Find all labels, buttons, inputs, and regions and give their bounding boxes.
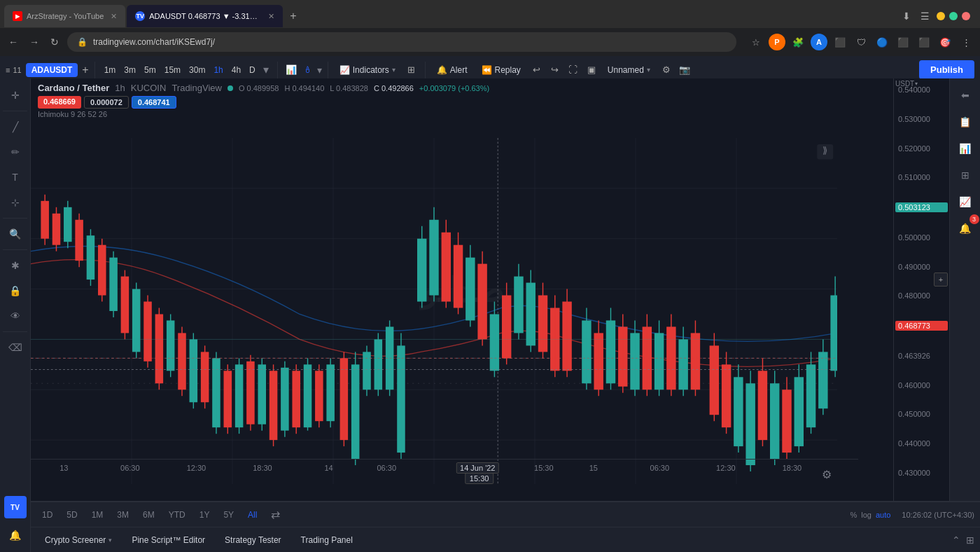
- text-tool[interactable]: T: [4, 166, 27, 188]
- time-label-1230-1: 12:30: [187, 464, 206, 472]
- right-tool-notification[interactable]: 🔔 3: [954, 217, 976, 240]
- layout-toggle[interactable]: ▣: [584, 62, 599, 78]
- address-bar[interactable]: 🔒 tradingview.com/chart/iKSEwd7j/: [67, 32, 736, 52]
- layout-icon[interactable]: ⊞: [404, 62, 419, 78]
- tf-bottom-6m[interactable]: 6M: [137, 508, 160, 522]
- puzzle-icon[interactable]: 🧩: [790, 34, 806, 50]
- time-label-13: 13: [59, 464, 68, 472]
- tab-close-tradingview[interactable]: ✕: [268, 12, 274, 21]
- tf-30m[interactable]: 30m: [186, 63, 209, 77]
- magnet-tool[interactable]: ✱: [4, 254, 27, 277]
- indicators-button[interactable]: 📈 Indicators ▾: [334, 62, 401, 78]
- time-display: 10:26:02 (UTC+4:30): [902, 511, 974, 519]
- redo-icon[interactable]: ↪: [547, 62, 563, 78]
- camera-icon[interactable]: 📷: [677, 62, 692, 78]
- ohlc-change: +0.003079 (+0.63%): [419, 84, 489, 92]
- fullscreen-icon[interactable]: ⛶: [566, 62, 581, 78]
- eraser-tool[interactable]: ⌫: [4, 336, 27, 359]
- settings-icon[interactable]: ⚙: [659, 62, 674, 78]
- tf-bottom-ytd[interactable]: YTD: [163, 508, 191, 522]
- url-text: tradingview.com/chart/iKSEwd7j/: [93, 37, 215, 47]
- chrome-ext-5[interactable]: ⬛: [916, 34, 932, 50]
- tf-1m[interactable]: 1m: [101, 63, 120, 77]
- layout-name-label: Unnamed: [608, 65, 644, 75]
- browser-actions: ☆ P 🧩 A ⬛ 🛡 🔵 ⬛ ⬛ 🎯 ⋮: [748, 34, 974, 50]
- tf-bottom-5y[interactable]: 5Y: [218, 508, 239, 522]
- tf-bottom-1d[interactable]: 1D: [36, 508, 58, 522]
- tab-youtube[interactable]: ▶ ArzStrategy - YouTube ✕: [4, 5, 125, 27]
- crosshair-tool[interactable]: ✛: [4, 84, 27, 106]
- alert-button[interactable]: 🔔 Alert: [431, 62, 473, 78]
- chrome-ext-4[interactable]: ⬛: [895, 34, 911, 50]
- tf-bottom-1m[interactable]: 1M: [86, 508, 109, 522]
- undo-icon[interactable]: ↩: [529, 62, 545, 78]
- bookmark-icon[interactable]: ☆: [748, 34, 764, 50]
- candlestick-chart[interactable]: ⟫: [31, 138, 837, 484]
- reload-button[interactable]: ↻: [48, 34, 62, 50]
- trading-panel-label: Trading Panel: [301, 535, 353, 545]
- tab-tradingview[interactable]: TV ADAUSDT 0.468773 ▼ -3.31% U ✕: [127, 5, 283, 27]
- publish-button[interactable]: Publish: [919, 60, 974, 79]
- log-toggle[interactable]: log: [861, 511, 872, 519]
- bottom-tab-trading-panel[interactable]: Trading Panel: [293, 532, 361, 548]
- line-tool[interactable]: ╱: [4, 116, 27, 138]
- chrome-menu[interactable]: ⋮: [958, 34, 974, 50]
- right-tool-1[interactable]: ⬅: [954, 84, 976, 106]
- hamburger-menu[interactable]: ≡ 11: [6, 66, 22, 74]
- chart-settings-icon[interactable]: ⚙: [822, 468, 832, 481]
- measure-tool[interactable]: ⊹: [4, 191, 27, 214]
- bottom-tool-1[interactable]: 🔔: [4, 524, 27, 546]
- price-boxes: 0.468669 0.000072 0.468741: [38, 96, 851, 109]
- add-symbol-button[interactable]: +: [82, 64, 88, 76]
- expand-panel-icon[interactable]: ⊞: [966, 534, 974, 546]
- timeframe-bottom-row: 1D 5D 1M 3M 6M YTD 1Y 5Y All ⇄ % log aut…: [31, 502, 980, 527]
- new-tab-button[interactable]: +: [284, 8, 302, 24]
- tf-4h[interactable]: 4h: [228, 63, 244, 77]
- tf-bottom-5d[interactable]: 5D: [61, 508, 83, 522]
- layout-name-button[interactable]: Unnamed ▾: [602, 62, 656, 78]
- chart-area[interactable]: Cardano / Tether 1h KUCOIN TradingView O…: [31, 78, 893, 501]
- right-tool-2[interactable]: 📋: [954, 111, 976, 133]
- chrome-ext-2[interactable]: 🛡: [853, 34, 869, 50]
- bottom-tab-strategy-tester[interactable]: Strategy Tester: [216, 532, 289, 548]
- tf-5m[interactable]: 5m: [141, 63, 160, 77]
- draw-tool[interactable]: ✏: [4, 141, 27, 163]
- youtube-favicon: ▶: [13, 11, 22, 21]
- compare-icon[interactable]: ⇄: [271, 508, 280, 521]
- lock-tool[interactable]: 🔒: [4, 280, 27, 302]
- right-tool-5[interactable]: 📈: [954, 191, 976, 213]
- chart-type-bar[interactable]: 📊: [284, 62, 299, 78]
- collapse-panel-icon[interactable]: ⌃: [952, 534, 960, 546]
- bottom-tab-pine-script[interactable]: Pine Script™ Editor: [123, 532, 214, 548]
- chart-type-candle[interactable]: 🕯: [300, 62, 316, 78]
- tf-bottom-1y[interactable]: 1Y: [194, 508, 216, 522]
- tf-bottom-3m[interactable]: 3M: [111, 508, 134, 522]
- tf-bottom-all[interactable]: All: [242, 508, 262, 522]
- tf-1h[interactable]: 1h: [210, 63, 226, 77]
- tf-d[interactable]: D: [246, 63, 259, 77]
- tf-3m[interactable]: 3m: [120, 63, 139, 77]
- replay-button[interactable]: ⏪ Replay: [476, 62, 526, 78]
- symbol-badge[interactable]: ADAUSDT: [26, 63, 78, 77]
- bottom-tab-crypto-screener[interactable]: Crypto Screener ▾: [36, 532, 120, 548]
- price-axis: 0.540000 0.530000 0.520000 0.510000 0.50…: [893, 78, 949, 501]
- chrome-ext-6[interactable]: 🎯: [937, 34, 953, 50]
- extensions-icon[interactable]: P: [769, 34, 785, 50]
- zoom-in-tool[interactable]: 🔍: [4, 223, 27, 245]
- chrome-ext-3[interactable]: 🔵: [874, 34, 890, 50]
- percent-toggle[interactable]: %: [850, 511, 857, 519]
- profile-icon[interactable]: A: [811, 34, 827, 50]
- timeframe-group: 1m 3m 5m 15m 30m 1h 4h D ▾: [101, 63, 272, 77]
- tf-15m[interactable]: 15m: [161, 63, 184, 77]
- tab-close-youtube[interactable]: ✕: [111, 12, 117, 21]
- price-zoom-icon[interactable]: +: [934, 272, 948, 287]
- back-button[interactable]: ←: [6, 34, 21, 50]
- pine-script-label: Pine Script™ Editor: [132, 535, 205, 545]
- right-tool-3[interactable]: 📊: [954, 137, 976, 160]
- chrome-ext-1[interactable]: ⬛: [832, 34, 848, 50]
- forward-button[interactable]: →: [27, 34, 42, 50]
- auto-toggle[interactable]: auto: [876, 511, 890, 519]
- eye-tool[interactable]: 👁: [4, 305, 27, 327]
- notification-badge: 3: [969, 214, 979, 224]
- right-tool-4[interactable]: ⊞: [954, 164, 976, 186]
